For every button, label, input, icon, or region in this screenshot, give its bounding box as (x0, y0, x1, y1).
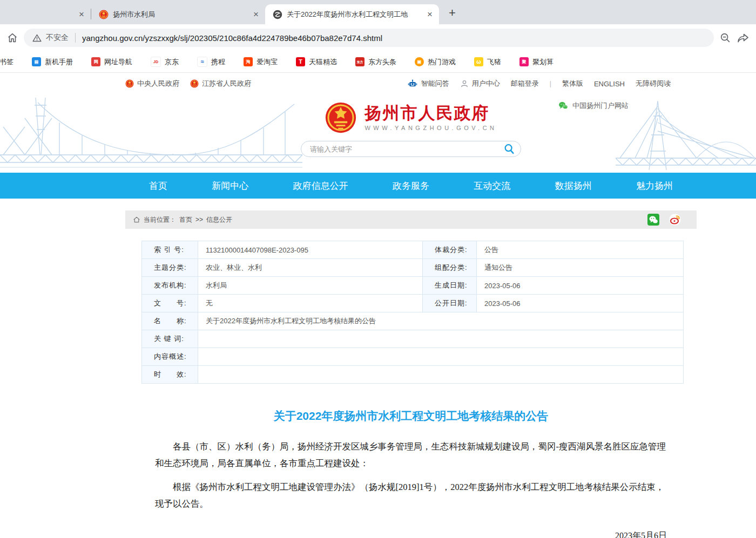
link-english[interactable]: ENGLISH (594, 80, 625, 88)
gov-emblem-icon (190, 79, 199, 88)
bookmark-label: 天猫精选 (309, 57, 337, 67)
link-accessibility[interactable]: 无障碍阅读 (636, 79, 671, 88)
table-label: 内容概述: (142, 348, 198, 366)
new-tab-button[interactable]: + (449, 7, 456, 19)
table-label: 体裁分类: (423, 241, 477, 259)
link-traditional[interactable]: 繁体版 (562, 79, 583, 88)
table-value (198, 366, 684, 384)
portal-link[interactable]: 中国扬州门户网站 (558, 101, 629, 111)
content-area: 当前位置： 首页 >> 信息公开 索 引 号: 1132100001440709… (125, 210, 697, 538)
bookmark-label: 网址导航 (104, 57, 132, 67)
bookmark-label: 新机手册 (45, 57, 73, 67)
breadcrumb: 当前位置： 首页 >> 信息公开 (125, 210, 697, 229)
link-smart-qa[interactable]: 智能问答 (407, 79, 449, 88)
link-label: 无障碍阅读 (636, 79, 671, 88)
bookmark-label: 携程 (211, 57, 225, 67)
breadcrumb-home-link[interactable]: 首页 (179, 215, 192, 224)
address-bar[interactable]: 不安全 yangzhou.gov.cn/yzszxxgk/slj/202305/… (24, 29, 714, 47)
tab-title: 关于2022年度扬州市水利工程文明工地 (287, 10, 422, 19)
table-value: 关于2022年度扬州市水利工程文明工地考核结果的公告 (198, 312, 684, 330)
gov-emblem-icon (125, 79, 134, 88)
site-banner: 扬州市人民政府 WWW.YANGZHOU.GOV.CN 中国扬州门户网站 (0, 94, 756, 173)
bookmark-games[interactable]: ▣ 热门游戏 (415, 57, 456, 67)
link-mail-login[interactable]: 邮箱登录 (511, 79, 539, 88)
article: 关于2022年度扬州市水利工程文明工地考核结果的公告 各县（市、区）水利（务）局… (125, 408, 697, 538)
browser-tab-bar: × 扬州市水利局 × 关于2022年度扬州市水利工程文明工地 × + (0, 0, 756, 24)
tab-1[interactable]: 扬州市水利局 × (91, 4, 265, 24)
search-icon[interactable] (503, 143, 515, 155)
close-tab-icon[interactable]: × (252, 10, 260, 19)
table-label: 索 引 号: (142, 241, 198, 259)
link-label: 邮箱登录 (511, 79, 539, 88)
article-date: 2023年5月6日 (155, 530, 667, 538)
bookmark-nav-site[interactable]: 网 网址导航 (91, 57, 132, 67)
tab-2-active[interactable]: 关于2022年度扬州市水利工程文明工地 × (265, 4, 439, 24)
bookmark-label: 飞猪 (487, 57, 501, 67)
breadcrumb-current-link[interactable]: 信息公开 (206, 215, 232, 224)
close-tab-icon[interactable]: × (78, 10, 85, 19)
link-user-center[interactable]: 用户中心 (460, 79, 500, 88)
link-label: 江苏省人民政府 (202, 79, 251, 88)
link-label: 用户中心 (472, 79, 500, 88)
site-domain: WWW.YANGZHOU.GOV.CN (364, 125, 497, 131)
nav-item-news[interactable]: 新闻中心 (212, 180, 248, 192)
robot-icon (407, 79, 418, 88)
bookmark-favicon: 淘 (244, 57, 253, 66)
link-label: 中央人民政府 (137, 79, 179, 88)
bookmark-jd[interactable]: JD 京东 (151, 57, 179, 67)
site-logo[interactable]: 扬州市人民政府 WWW.YANGZHOU.GOV.CN (125, 94, 697, 134)
table-value: 公告 (477, 241, 684, 259)
nav-item-services[interactable]: 政务服务 (393, 180, 429, 192)
warning-icon (32, 33, 42, 43)
table-value: 通知公告 (477, 259, 684, 277)
tab-title: 扬州市水利局 (113, 10, 248, 19)
table-value: 水利局 (198, 277, 423, 295)
link-central-gov[interactable]: 中央人民政府 (125, 79, 179, 88)
table-value: 农业、林业、水利 (198, 259, 423, 277)
article-paragraph: 根据《扬州市水利工程文明工地建设管理办法》（扬水规[2019]1号），2022年… (155, 479, 667, 512)
bookmark-ctrip[interactable]: ≈ 携程 (197, 57, 225, 67)
home-icon (133, 216, 140, 223)
nav-item-interaction[interactable]: 互动交流 (474, 180, 510, 192)
table-label: 时 效: (142, 366, 198, 384)
site-search (301, 141, 521, 157)
home-icon[interactable] (6, 32, 18, 44)
portal-label: 中国扬州门户网站 (572, 101, 629, 111)
bookmark-manual[interactable]: ▤ 新机手册 (32, 57, 73, 67)
bookmark-phone[interactable]: 机书签 (0, 57, 14, 67)
bookmark-juhuasuan[interactable]: 聚 聚划算 (519, 57, 554, 67)
weibo-share-icon[interactable] (669, 213, 681, 226)
nav-item-home[interactable]: 首页 (149, 180, 167, 192)
address-toolbar: 不安全 yangzhou.gov.cn/yzszxxgk/slj/202305/… (0, 24, 756, 51)
pill-divider (75, 33, 76, 43)
table-value: 11321000014407098E-2023-095 (198, 241, 423, 259)
site-name: 扬州市人民政府 (364, 104, 497, 122)
bookmark-label: 机书签 (0, 57, 14, 67)
breadcrumb-prefix: 当前位置： (144, 215, 176, 224)
bookmark-taobao[interactable]: 淘 爱淘宝 (244, 57, 278, 67)
bookmark-label: 聚划算 (532, 57, 554, 67)
wechat-share-icon[interactable] (647, 213, 660, 226)
utility-divider: | (550, 80, 551, 87)
table-label: 文 号: (142, 295, 198, 312)
bookmark-favicon: 聚 (519, 57, 529, 66)
nav-item-data[interactable]: 数据扬州 (555, 180, 592, 192)
bookmark-toutiao[interactable]: 东方 东方头条 (355, 57, 396, 67)
article-title: 关于2022年度扬州市水利工程文明工地考核结果的公告 (155, 408, 667, 424)
main-nav: 首页 新闻中心 政府信息公开 政务服务 互动交流 数据扬州 魅力扬州 (0, 173, 756, 199)
table-value: 无 (198, 295, 423, 312)
user-icon (460, 79, 469, 88)
link-jiangsu-gov[interactable]: 江苏省人民政府 (190, 79, 251, 88)
share-icon[interactable] (737, 31, 750, 44)
nav-item-charm[interactable]: 魅力扬州 (636, 180, 673, 192)
national-emblem-icon (325, 101, 357, 134)
zoom-out-icon[interactable] (719, 32, 731, 44)
bookmark-tmall[interactable]: T 天猫精选 (296, 57, 337, 67)
search-input[interactable] (309, 145, 503, 154)
table-value: 2023-05-06 (477, 277, 684, 295)
bookmark-fliggy[interactable]: ω 飞猪 (474, 57, 501, 67)
nav-item-info-disclosure[interactable]: 政府信息公开 (293, 180, 348, 192)
tab-0-partial[interactable]: × (0, 4, 91, 24)
close-tab-icon[interactable]: × (426, 10, 434, 19)
bookmark-favicon: T (296, 57, 305, 66)
